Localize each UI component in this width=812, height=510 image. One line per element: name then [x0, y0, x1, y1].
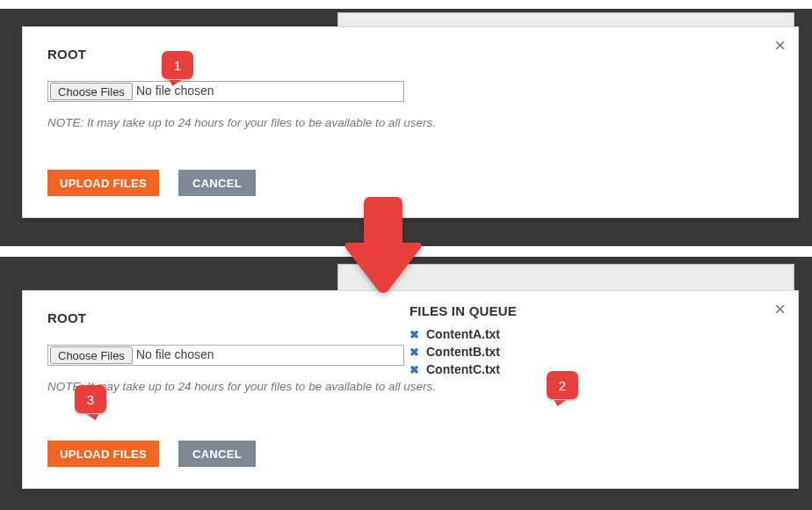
- callout-3: 3: [75, 385, 106, 413]
- remove-file-icon[interactable]: ✖: [410, 363, 419, 376]
- cancel-button[interactable]: CANCEL: [178, 441, 256, 467]
- button-row: UPLOAD FILES CANCEL: [47, 441, 773, 467]
- downward-arrow-icon: [344, 195, 422, 294]
- note-text: NOTE: It may take up to 24 hours for you…: [47, 116, 773, 129]
- queue-item: ✖ ContentB.txt: [410, 343, 673, 361]
- queue-file-name: ContentA.txt: [426, 327, 500, 341]
- callout-1: 1: [162, 51, 193, 79]
- close-icon[interactable]: ×: [774, 36, 786, 55]
- button-row: UPLOAD FILES CANCEL: [47, 170, 773, 196]
- callout-2: 2: [547, 371, 578, 399]
- cancel-button[interactable]: CANCEL: [178, 170, 256, 196]
- upload-modal: × ROOT Choose Files No file chosen NOTE:…: [22, 290, 799, 489]
- file-input[interactable]: Choose Files No file chosen: [47, 345, 404, 366]
- choose-files-button[interactable]: Choose Files: [50, 83, 133, 100]
- background-white-strip: [0, 0, 812, 9]
- file-input[interactable]: Choose Files No file chosen: [47, 81, 404, 102]
- note-text: NOTE: It may take up to 24 hours for you…: [47, 380, 773, 393]
- remove-file-icon[interactable]: ✖: [410, 346, 419, 359]
- queue-title: FILES IN QUEUE: [410, 303, 673, 318]
- upload-files-button[interactable]: UPLOAD FILES: [47, 170, 159, 196]
- queue-item: ✖ ContentA.txt: [410, 325, 673, 343]
- queue-file-name: ContentB.txt: [426, 345, 500, 359]
- choose-files-button[interactable]: Choose Files: [50, 346, 133, 364]
- close-icon[interactable]: ×: [774, 300, 786, 319]
- upload-modal: × ROOT Choose Files No file chosen NOTE:…: [22, 26, 799, 218]
- file-input-status: No file chosen: [133, 346, 218, 365]
- modal-title: ROOT: [47, 47, 773, 62]
- queue-item: ✖ ContentC.txt: [410, 361, 673, 378]
- remove-file-icon[interactable]: ✖: [410, 328, 419, 341]
- upload-files-button[interactable]: UPLOAD FILES: [47, 441, 159, 467]
- queue-file-name: ContentC.txt: [426, 362, 500, 376]
- files-in-queue-panel: FILES IN QUEUE ✖ ContentA.txt ✖ ContentB…: [410, 303, 673, 378]
